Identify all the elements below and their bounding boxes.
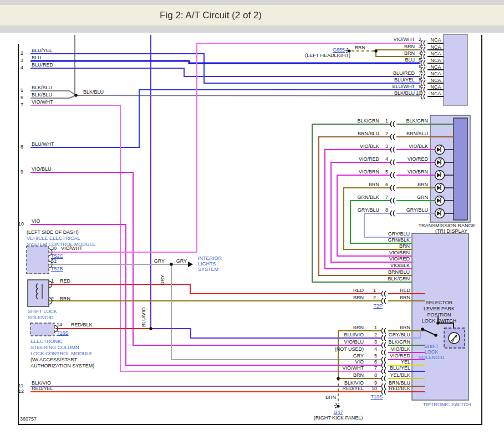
label-gry-148: GRY	[160, 275, 165, 285]
label-blk-grn-52: BLK/GRN	[357, 118, 379, 124]
link-t52b-142[interactable]: T52B	[51, 266, 63, 272]
label-2-56: 2	[385, 131, 388, 136]
junction-dot-1	[374, 49, 378, 53]
ground-icon-0	[348, 49, 350, 52]
vehicle-electrical-module-box	[27, 246, 49, 274]
shift-lock-solenoid-box	[28, 280, 49, 306]
label-30-138: 30	[51, 245, 57, 251]
label-vio-blk-83: VIO/BLK	[390, 263, 410, 268]
label-3-3: 3	[21, 58, 23, 63]
link-t10s-130[interactable]: T10S	[370, 394, 383, 400]
label-5-65: 5	[385, 169, 388, 175]
label-8-122: 8	[374, 372, 377, 378]
label-blu-2: BLU	[32, 55, 42, 60]
label-2-24: 2	[419, 37, 421, 42]
label-blk-vio-124: BLK/VIO	[344, 380, 364, 386]
label-blk-grn-54: BLK/GRN	[406, 118, 428, 124]
label-vio-red-114: VIO/RED	[390, 353, 410, 359]
splice-icon-11	[390, 147, 395, 152]
label-brn-26: BRN	[404, 44, 415, 49]
label-red-blk-129: RED/BLK	[389, 386, 410, 391]
label-selector-93: SELECTOR	[426, 300, 452, 305]
label-vio-brn-81: VIO/BRN	[389, 250, 410, 255]
label-9-125: 9	[374, 380, 377, 386]
label-vio-red-61: VIO/RED	[359, 156, 379, 162]
wire-blu	[30, 61, 420, 63]
label-4-30: 4	[419, 50, 421, 56]
splice-icon-10	[390, 134, 395, 140]
tr-display-inner	[454, 118, 467, 220]
label-vio-brn-64: VIO/BRN	[359, 169, 379, 175]
splice-icon-6	[421, 80, 425, 86]
label-nca-36: NCA	[430, 64, 441, 70]
ground-ray-0-2	[347, 48, 349, 50]
label-lights-146: LIGHTS	[198, 261, 216, 267]
splice-icon-23	[381, 357, 386, 362]
label-red-blk-156: RED/BLK	[71, 322, 93, 328]
label-vio-115: VIO	[355, 359, 364, 365]
label-blu-vio-103: BLU/VIO	[344, 332, 364, 337]
link-t16s-157[interactable]: T16S	[57, 330, 69, 336]
label-vio-red-82: VIO/RED	[389, 256, 410, 262]
link-g655-50[interactable]: G655	[333, 47, 345, 53]
label-lock-control-module-160: LOCK CONTROL MODULE	[30, 351, 93, 356]
label-nca-28: NCA	[430, 44, 441, 50]
ground-ray-1-0	[335, 407, 337, 408]
label-solenoid-150: SOLENOID	[28, 315, 54, 320]
label-blk-blu-6: BLK/BLU	[32, 85, 52, 90]
label-blu-wht-43: BLU/WHT	[393, 84, 415, 89]
label-shift-97: SHIFT	[424, 344, 439, 349]
label-10-128: 10	[371, 386, 377, 391]
label-4-5: 4	[21, 65, 23, 70]
label-vio-wht-139: VIO/WHT	[61, 245, 83, 251]
ground-ray-0-1	[345, 50, 348, 51]
splice-icon-0	[421, 40, 425, 46]
ground-icon-1	[337, 405, 339, 407]
label-brn-69: BRN	[418, 182, 428, 187]
label-authorization-system-162: AUTHORIZATION SYSTEM)	[30, 363, 94, 369]
label-blu-yel-120: BLU/YEL	[390, 365, 410, 371]
link-g47-133[interactable]: G47	[333, 410, 343, 415]
link-t2p-92[interactable]: T2P	[373, 303, 383, 309]
label-brn-89: BRN	[353, 295, 364, 300]
label-nca-25: NCA	[430, 37, 441, 43]
label-nca-48: NCA	[430, 91, 441, 96]
label-brn-91: BRN	[400, 295, 410, 300]
label-3-27: 3	[419, 44, 421, 49]
label-vio-brn-66: VIO/BRN	[408, 169, 428, 175]
label-vio-red-63: VIO/RED	[408, 156, 428, 162]
label-brn-49: BRN	[355, 45, 365, 50]
label-7-71: 7	[385, 195, 388, 200]
label-vio-wht-118: VIO/WHT	[343, 365, 364, 371]
label-system-147: SYSTEM	[198, 267, 218, 272]
label-brn-100: BRN	[353, 325, 364, 330]
label-12-22: 12	[18, 388, 24, 394]
label-4-110: 4	[374, 346, 377, 352]
wire-red-sls	[49, 284, 381, 294]
label-6-68: 6	[385, 182, 388, 187]
label-blk-blu-46: BLK/BLU	[394, 90, 415, 96]
label-7-12: 7	[21, 102, 23, 108]
label-gry-blu-73: GRY/BLU	[358, 207, 379, 213]
label-10-47: 10	[416, 90, 421, 96]
label-brn-102: BRN	[400, 325, 410, 330]
label-8-14: 8	[21, 144, 23, 150]
label-4-62: 4	[385, 156, 388, 162]
label-8-74: 8	[385, 207, 388, 213]
label-1-53: 1	[385, 118, 388, 124]
junction-dot-4	[337, 377, 340, 380]
label-7-119: 7	[374, 365, 377, 371]
label-grn-blk-70: GRN/BLK	[357, 195, 379, 200]
label-6-9: 6	[21, 95, 23, 100]
label-blk-vio-19: BLK/VIO	[32, 380, 51, 386]
label-brn-blu-55: BRN/BLU	[358, 131, 379, 136]
label-blu-32: BLU	[405, 57, 415, 63]
label-gry-144: GRY	[176, 258, 187, 264]
splice-icon-17	[381, 291, 386, 296]
steering-lock-module-box	[30, 323, 54, 336]
label-1-101: 1	[374, 325, 377, 330]
label-brn-67: BRN	[369, 182, 379, 187]
label-brn-132: BRN	[325, 395, 336, 400]
ground-ray-1-1	[334, 406, 337, 406]
splice-icon-14	[390, 185, 395, 191]
